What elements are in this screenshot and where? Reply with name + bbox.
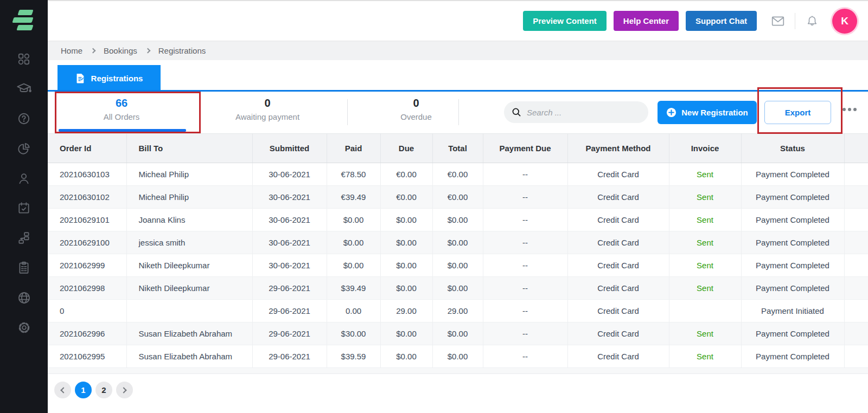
cell-invoice: Sent [669, 345, 741, 368]
table-row[interactable]: 20210630103Micheal Philip30-06-2021€78.5… [48, 163, 868, 186]
col-total[interactable]: Total [432, 134, 483, 163]
cell-due: $0.00 [380, 254, 432, 277]
col-submitted[interactable]: Submitted [252, 134, 327, 163]
col-payment-due[interactable]: Payment Due [483, 134, 567, 163]
cell-bill-to: Joanna Klins [126, 209, 252, 231]
sidebar-item-help[interactable] [12, 111, 36, 127]
tab-bar: Registrations [48, 60, 868, 92]
sidebar-item-website[interactable] [12, 289, 36, 306]
col-due[interactable]: Due [380, 134, 432, 163]
cell-invoice: Sent [669, 163, 741, 186]
table-row[interactable]: 029-06-20210.0029.0029.00--Credit CardPa… [48, 300, 868, 322]
cell-submitted: 30-06-2021 [252, 186, 327, 209]
sidebar-item-forms[interactable] [12, 260, 36, 276]
export-button[interactable]: Export [764, 101, 831, 124]
cell-bill-to [126, 300, 252, 322]
pagination-prev-button[interactable] [54, 382, 71, 398]
pagination: 1 2 [54, 382, 868, 398]
stat-all-orders[interactable]: 66 All Orders [62, 97, 181, 121]
brand-logo[interactable] [12, 9, 36, 34]
cell-bill-to: Niketh Dileepkumar [126, 277, 252, 300]
table-row[interactable]: 2021062998Niketh Dileepkumar29-06-2021$3… [48, 277, 868, 300]
logo-bar [17, 10, 33, 15]
bell-icon[interactable] [805, 14, 819, 28]
calendar-check-icon [17, 201, 31, 215]
help-center-button[interactable]: Help Center [614, 11, 679, 31]
sidebar-item-dashboard[interactable] [12, 51, 36, 67]
table-row[interactable]: 2021062999Niketh Dileepkumar30-06-2021$0… [48, 254, 868, 277]
cell-submitted: 29-06-2021 [252, 277, 327, 300]
pagination-page-2[interactable]: 2 [95, 382, 112, 398]
table-row[interactable]: 20210630102Micheal Philip30-06-2021€39.4… [48, 186, 868, 209]
col-order-id[interactable]: Order Id [48, 134, 126, 163]
cell-invoice: Sent [669, 231, 741, 254]
cell-submitted: 29-06-2021 [252, 300, 327, 322]
cell-status: Payment Completed [741, 345, 844, 368]
table-row[interactable]: 2021062995Susan Elizabeth Abraham29-06-2… [48, 345, 868, 368]
avatar[interactable]: K [832, 9, 857, 34]
breadcrumb-bookings[interactable]: Bookings [104, 46, 137, 55]
cell-order-id: 2021062995 [48, 345, 126, 368]
sidebar-item-reports[interactable] [12, 140, 36, 157]
cell-submitted: 30-06-2021 [252, 163, 327, 186]
tab-registrations[interactable]: Registrations [58, 65, 161, 92]
pagination-page-1[interactable]: 1 [75, 382, 92, 398]
topbar: Preview Content Help Center Support Chat [48, 0, 868, 41]
breadcrumb-registrations[interactable]: Registrations [158, 46, 206, 55]
graduation-cap-icon [16, 81, 31, 96]
search-input[interactable] [527, 108, 635, 117]
sidebar-item-settings[interactable] [12, 319, 36, 335]
cell-payment-method: Credit Card [567, 209, 669, 231]
breadcrumb: Home Bookings Registrations [48, 41, 868, 60]
cell-paid: €78.50 [327, 163, 380, 186]
stat-awaiting-payment[interactable]: 0 Awaiting payment [208, 97, 327, 121]
cell-payment-method: Credit Card [567, 277, 669, 300]
col-payment-method[interactable]: Payment Method [567, 134, 669, 163]
sidebar-item-courses[interactable] [12, 81, 36, 97]
question-circle-icon [17, 112, 31, 126]
stat-overdue[interactable]: 0 Overdue [356, 97, 476, 121]
table-row[interactable]: 20210629100jessica smith30-06-2021$0.00$… [48, 231, 868, 254]
col-status[interactable]: Status [741, 134, 844, 163]
cell-paid: $0.00 [327, 209, 380, 231]
pie-chart-icon [17, 141, 31, 156]
cell-payment-method: Credit Card [567, 300, 669, 322]
support-chat-button[interactable]: Support Chat [686, 11, 757, 31]
cell-paid: $39.49 [327, 277, 380, 300]
col-invoice[interactable]: Invoice [669, 134, 741, 163]
cell-spacer [844, 254, 868, 277]
cell-payment-due: -- [483, 254, 567, 277]
cell-total: $0.00 [432, 254, 483, 277]
breadcrumb-home[interactable]: Home [61, 46, 82, 55]
cell-payment-method: Credit Card [567, 231, 669, 254]
pagination-next-button[interactable] [116, 382, 133, 398]
col-paid[interactable]: Paid [327, 134, 380, 163]
col-bill-to[interactable]: Bill To [126, 134, 252, 163]
cell-payment-method: Credit Card [567, 163, 669, 186]
cell-status: Payment Completed [741, 209, 844, 231]
sidebar-item-users[interactable] [12, 170, 36, 186]
cell-submitted: 29-06-2021 [252, 322, 327, 345]
cell-bill-to: Micheal Philip [126, 163, 252, 186]
sidebar-item-automation[interactable] [12, 230, 36, 246]
search-icon [512, 107, 521, 117]
mail-icon[interactable] [771, 14, 785, 28]
cell-status: Payment Completed [741, 277, 844, 300]
table-row[interactable]: 20210629101Joanna Klins30-06-2021$0.00$0… [48, 209, 868, 231]
stat-value: 0 [356, 97, 476, 109]
cell-invoice: Sent [669, 186, 741, 209]
workflow-icon [17, 231, 31, 245]
cell-payment-due: -- [483, 300, 567, 322]
globe-icon [17, 291, 31, 305]
cell-status: Payment Completed [741, 254, 844, 277]
preview-content-button[interactable]: Preview Content [523, 11, 607, 31]
cell-total: €0.00 [432, 163, 483, 186]
cell-order-id: 2021062999 [48, 254, 126, 277]
new-registration-button[interactable]: New Registration [658, 101, 757, 124]
table-row[interactable]: 2021062996Susan Elizabeth Abraham29-06-2… [48, 322, 868, 345]
cell-order-id: 20210629101 [48, 209, 126, 231]
sidebar-item-bookings[interactable] [12, 200, 36, 216]
cell-spacer [844, 345, 868, 368]
app-window: Preview Content Help Center Support Chat [0, 0, 868, 413]
more-options-icon[interactable] [843, 108, 857, 111]
